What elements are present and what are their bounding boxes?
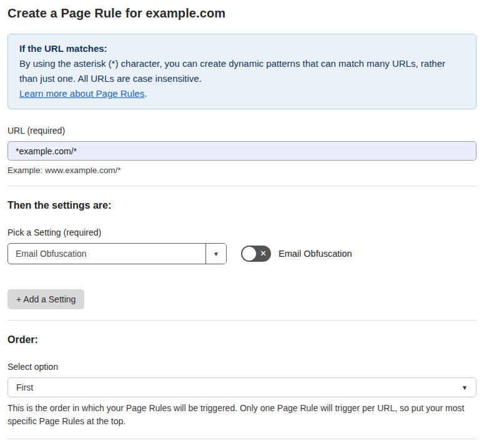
email-obfuscation-toggle[interactable]: ✕: [241, 246, 271, 262]
toggle-label: Email Obfuscation: [279, 249, 352, 259]
url-field-label: URL (required): [7, 126, 477, 136]
toggle-knob: [242, 247, 256, 261]
caret-down-icon[interactable]: ▼: [205, 244, 226, 264]
order-help-text: This is the order in which your Page Rul…: [7, 402, 473, 428]
divider: [7, 439, 477, 439]
link-suffix: .: [144, 88, 147, 99]
url-match-info-box: If the URL matches: By using the asteris…: [7, 34, 477, 109]
chevron-down-icon: ▼: [462, 384, 468, 391]
settings-section-heading: Then the settings are:: [7, 200, 477, 211]
order-select-value: First: [16, 382, 33, 392]
x-icon: ✕: [260, 249, 267, 257]
url-input[interactable]: [7, 141, 477, 161]
pick-setting-label: Pick a Setting (required): [7, 227, 477, 237]
add-setting-button[interactable]: + Add a Setting: [7, 289, 84, 309]
info-box-link-line: Learn more about Page Rules.: [19, 86, 465, 101]
learn-more-link[interactable]: Learn more about Page Rules: [19, 88, 144, 99]
order-section-heading: Order:: [7, 334, 477, 346]
setting-dropdown[interactable]: Email Obfuscation ▼: [7, 243, 227, 264]
divider: [7, 186, 477, 186]
info-box-heading: If the URL matches:: [19, 41, 465, 56]
select-option-label: Select option: [7, 362, 477, 372]
info-box-body: By using the asterisk (*) character, you…: [19, 56, 465, 86]
order-select[interactable]: First ▼: [7, 377, 477, 397]
setting-row: Email Obfuscation ▼ ✕ Email Obfuscation: [7, 243, 477, 264]
page-title: Create a Page Rule for example.com: [7, 6, 477, 21]
url-example-text: Example: www.example.com/*: [7, 166, 477, 175]
divider: [7, 320, 477, 321]
create-page-rule-form: Create a Page Rule for example.com If th…: [0, 6, 484, 448]
setting-dropdown-value: Email Obfuscation: [8, 244, 205, 264]
